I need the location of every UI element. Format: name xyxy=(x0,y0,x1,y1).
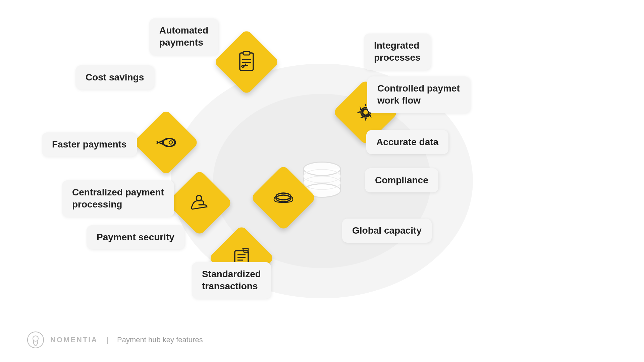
label-automated-payments: Automated payments xyxy=(149,18,218,55)
brand-divider: | xyxy=(106,336,108,344)
label-standardized-transactions: Standardized transactions xyxy=(192,262,271,299)
label-cost-savings: Cost savings xyxy=(75,65,154,89)
label-integrated-processes: Integrated processes xyxy=(364,34,431,70)
label-controlled-payment-workflow: Controlled paymet work flow xyxy=(367,76,470,113)
svg-rect-10 xyxy=(243,52,250,55)
svg-point-16 xyxy=(363,110,368,115)
label-centralized-payment-processing: Centralized payment processing xyxy=(62,180,174,217)
svg-point-18 xyxy=(169,141,172,144)
nomentia-logo xyxy=(27,331,44,349)
label-payment-security: Payment security xyxy=(87,225,184,249)
brand-tagline: Payment hub key features xyxy=(117,336,203,344)
diamond-automated-payments xyxy=(213,29,280,95)
svg-rect-9 xyxy=(240,53,253,70)
label-faster-payments: Faster payments xyxy=(42,132,137,157)
label-accurate-data: Accurate data xyxy=(366,130,448,154)
label-global-capacity: Global capacity xyxy=(342,219,432,243)
diamond-faster-payments xyxy=(133,109,199,176)
brand-name: NOMENTIA xyxy=(50,336,98,344)
svg-point-32 xyxy=(33,336,38,341)
branding-section: NOMENTIA | Payment hub key features xyxy=(27,331,203,349)
diamond-coin xyxy=(250,165,317,231)
label-compliance: Compliance xyxy=(365,168,438,192)
